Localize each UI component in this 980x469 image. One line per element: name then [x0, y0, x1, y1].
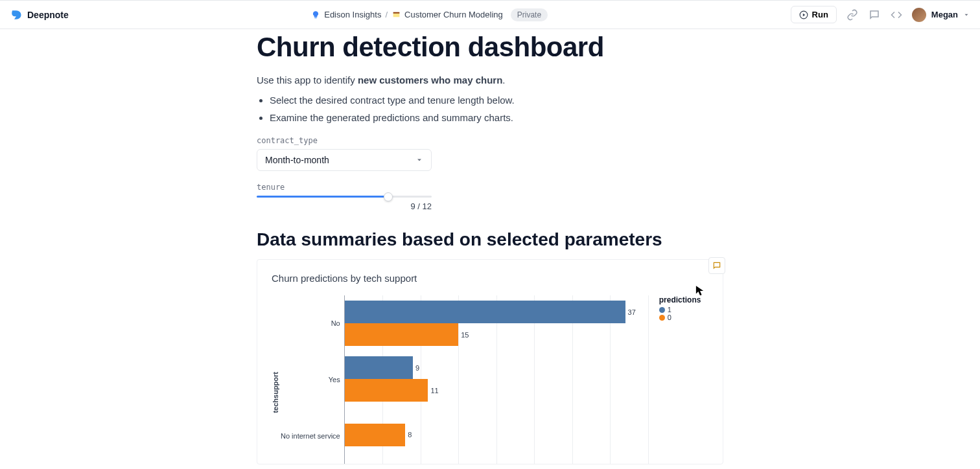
notebook-content: Churn detection dashboard Use this app t… — [257, 29, 723, 464]
bar-group: 3715 — [345, 295, 636, 351]
intro-text: Use this app to identify new customers w… — [257, 74, 723, 86]
gridline — [648, 295, 649, 464]
bar-value-label: 37 — [628, 308, 636, 316]
comment-icon[interactable] — [868, 8, 881, 21]
tenure-readout: 9 / 12 — [257, 201, 432, 211]
list-item: Examine the generated predictions and su… — [270, 112, 723, 123]
chevron-down-icon — [415, 156, 423, 164]
user-name: Megan — [931, 10, 958, 19]
contract-type-label: contract_type — [257, 136, 723, 145]
lightbulb-icon — [311, 10, 320, 19]
breadcrumb: Edison Insights / Customer Churn Modelin… — [69, 8, 791, 21]
svg-rect-1 — [393, 12, 399, 14]
breadcrumb-separator: / — [385, 10, 388, 19]
slider-thumb[interactable] — [384, 192, 393, 201]
link-icon[interactable] — [846, 8, 859, 21]
brand[interactable]: Deepnote — [10, 9, 69, 21]
slider-fill — [257, 196, 388, 198]
chart-card: Churn predictions by tech support techsu… — [257, 259, 723, 464]
bar-value-label: 11 — [430, 387, 438, 395]
bar-group: 911 — [345, 351, 439, 407]
contract-type-value: Month-to-month — [265, 155, 329, 165]
code-icon[interactable] — [890, 8, 903, 21]
legend-swatch — [659, 315, 665, 321]
bar[interactable] — [345, 356, 413, 379]
instruction-list: Select the desired contract type and ten… — [257, 95, 723, 123]
chart-ylabel: techsupport — [272, 346, 279, 413]
notebook-icon — [391, 10, 401, 19]
y-tick-label: Yes — [281, 352, 340, 407]
legend-label: 1 — [668, 306, 671, 314]
y-tick-label: No internet service — [281, 408, 340, 464]
breadcrumb-notebook[interactable]: Customer Churn Modeling — [404, 10, 503, 19]
legend-label: 0 — [668, 314, 671, 321]
deepnote-logo-icon — [10, 9, 22, 21]
svg-rect-0 — [314, 17, 317, 18]
legend-item[interactable]: 1 — [659, 306, 701, 314]
chart-body: techsupport NoYesNo internet service 371… — [272, 295, 708, 464]
chart-legend: predictions 10 — [659, 295, 701, 321]
svg-rect-2 — [393, 14, 399, 17]
slider-track — [257, 196, 432, 198]
legend-item[interactable]: 0 — [659, 314, 701, 321]
bar-value-label: 15 — [461, 331, 469, 339]
play-icon — [799, 10, 808, 19]
y-axis-ticks: NoYesNo internet service — [281, 295, 344, 464]
topbar: Deepnote Edison Insights / Customer Chur… — [0, 0, 980, 29]
bar-group: 8 — [345, 407, 412, 463]
chart-plot-area: 37159118 — [344, 295, 648, 464]
bar-value-label: 9 — [415, 364, 419, 372]
brand-name: Deepnote — [27, 10, 69, 20]
user-menu[interactable]: Megan — [912, 8, 970, 22]
avatar — [912, 8, 926, 22]
bar[interactable] — [345, 301, 625, 323]
chart-title: Churn predictions by tech support — [272, 273, 708, 284]
run-label: Run — [812, 10, 828, 19]
section-heading: Data summaries based on selected paramet… — [257, 229, 723, 250]
tenure-label: tenure — [257, 183, 723, 192]
topbar-actions: Run Megan — [791, 6, 970, 23]
bar-value-label: 8 — [408, 431, 412, 439]
chevron-down-icon — [963, 12, 970, 18]
privacy-badge[interactable]: Private — [511, 8, 548, 21]
breadcrumb-workspace[interactable]: Edison Insights — [324, 10, 381, 19]
legend-title: predictions — [659, 295, 701, 304]
bar[interactable] — [345, 323, 459, 346]
contract-type-select[interactable]: Month-to-month — [257, 149, 432, 171]
page-title: Churn detection dashboard — [257, 32, 723, 63]
y-tick-label: No — [281, 295, 340, 351]
bar[interactable] — [345, 424, 406, 446]
bar[interactable] — [345, 379, 428, 402]
tenure-slider[interactable] — [257, 196, 432, 198]
list-item: Select the desired contract type and ten… — [270, 95, 723, 106]
card-comment-button[interactable] — [708, 257, 725, 274]
run-button[interactable]: Run — [791, 6, 837, 23]
legend-swatch — [659, 307, 665, 313]
